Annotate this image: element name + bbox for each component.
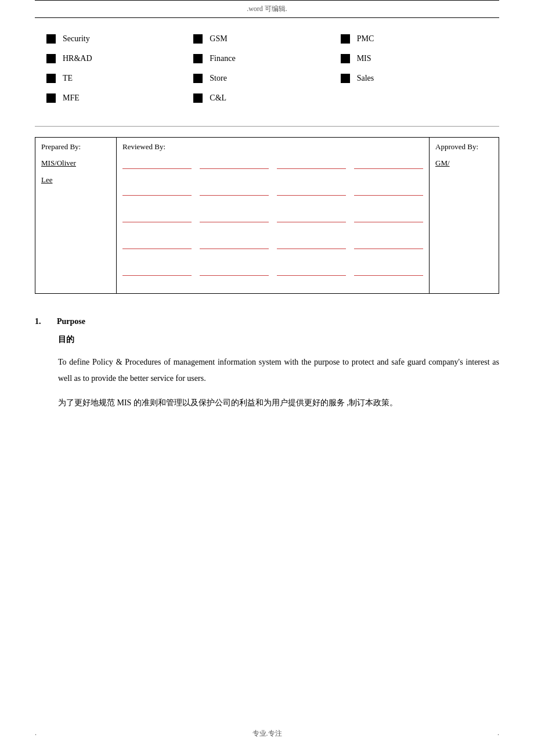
sig-line <box>122 265 192 276</box>
dept-item: HR&AD <box>46 54 193 63</box>
sig-row-5 <box>122 262 423 276</box>
sig-line <box>354 265 423 276</box>
section-body-en: To define Policy & Procedures of managem… <box>58 354 499 387</box>
sig-line <box>200 185 269 196</box>
footer-left: . <box>35 729 37 739</box>
sig-line <box>277 265 346 276</box>
dept-item: GSM <box>193 34 340 44</box>
approval-table: Prepared By: MIS/Oliver Lee Reviewed By: <box>35 137 499 294</box>
dept-label: Finance <box>210 54 235 63</box>
dept-label: MIS <box>357 54 371 63</box>
dept-label: Security <box>63 34 90 44</box>
dept-icon <box>193 93 203 103</box>
sig-line <box>122 185 192 196</box>
dept-item: MFE <box>46 93 193 103</box>
dept-label: TE <box>63 74 73 83</box>
reviewed-header: Reviewed By: <box>122 142 423 152</box>
dept-label: GSM <box>210 34 227 44</box>
dept-icon <box>193 34 203 44</box>
dept-item: Sales <box>341 74 488 83</box>
dept-icon <box>46 93 56 103</box>
sig-line <box>277 159 346 169</box>
dept-label: HR&AD <box>63 54 92 63</box>
dept-item: PMC <box>341 34 488 44</box>
section-subtitle: 目的 <box>58 334 499 345</box>
sig-line <box>200 239 269 249</box>
sig-line <box>354 239 423 249</box>
dept-item: Security <box>46 34 193 44</box>
section-title: Purpose <box>57 317 85 326</box>
dept-item: Finance <box>193 54 340 63</box>
sig-line <box>200 212 269 222</box>
dept-label: Sales <box>357 74 374 83</box>
dept-item: TE <box>46 74 193 83</box>
dept-icon <box>341 34 350 44</box>
sig-line <box>277 239 346 249</box>
footer-center: 专业.专注 <box>252 729 282 739</box>
dept-icon <box>46 74 56 83</box>
dept-icon <box>46 54 56 63</box>
dept-icon <box>341 54 350 63</box>
section-divider <box>35 126 499 127</box>
footer-right: . <box>497 729 499 739</box>
sig-line <box>354 212 423 222</box>
dept-icon <box>193 74 203 83</box>
sig-line <box>354 159 423 169</box>
approved-name: GM/ <box>435 155 493 172</box>
sig-line <box>122 239 192 249</box>
dept-label: Store <box>210 74 227 83</box>
dept-icon <box>46 34 56 44</box>
approved-header: Approved By: <box>435 142 493 152</box>
section-body-cn: 为了更好地规范 MIS 的准则和管理以及保护公司的利益和为用户提供更好的服务 ,… <box>58 395 499 411</box>
document-label: .word 可编辑. <box>35 2 499 18</box>
section-1: 1. Purpose 目的 To define Policy & Procedu… <box>35 311 499 411</box>
prepared-name1: MIS/Oliver <box>41 155 110 172</box>
sig-row-4 <box>122 235 423 249</box>
dept-item: C&L <box>193 93 340 103</box>
sig-line <box>122 212 192 222</box>
dept-icon <box>193 54 203 63</box>
dept-label: MFE <box>63 93 80 103</box>
page-footer: . 专业.专注 . <box>0 729 534 739</box>
dept-label: PMC <box>357 34 374 44</box>
sig-line <box>200 159 269 169</box>
dept-icon <box>341 74 350 83</box>
sig-line <box>354 185 423 196</box>
sig-row-2 <box>122 182 423 196</box>
sig-row-1 <box>122 155 423 169</box>
sig-row-3 <box>122 208 423 222</box>
dept-item: MIS <box>341 54 488 63</box>
sig-line <box>122 159 192 169</box>
prepared-header: Prepared By: <box>41 142 110 152</box>
dept-item: Store <box>193 74 340 83</box>
sig-line <box>200 265 269 276</box>
dept-label: C&L <box>210 93 226 103</box>
section-number: 1. <box>35 317 51 326</box>
prepared-name2: Lee <box>41 172 110 189</box>
sig-line <box>277 212 346 222</box>
department-grid: SecurityGSMPMCHR&ADFinanceMISTEStoreSale… <box>35 28 499 114</box>
sig-line <box>277 185 346 196</box>
